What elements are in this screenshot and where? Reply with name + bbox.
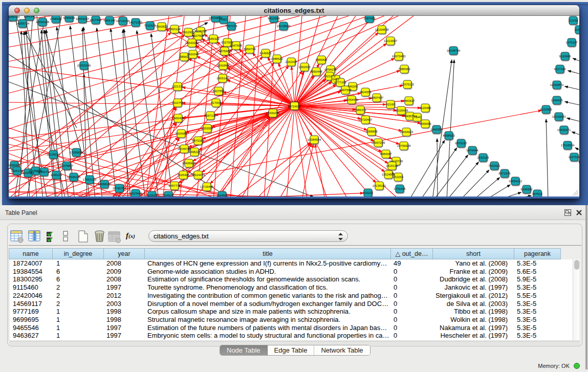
svg-text:16782759: 16782759 [113, 187, 126, 190]
svg-text:19384554: 19384554 [308, 138, 321, 141]
svg-text:19218506: 19218506 [277, 25, 291, 28]
svg-text:8873354: 8873354 [192, 139, 204, 142]
svg-text:10719155: 10719155 [116, 19, 130, 23]
svg-text:8226058: 8226058 [194, 30, 207, 33]
svg-text:20691406: 20691406 [36, 20, 50, 24]
svg-text:19654923: 19654923 [400, 130, 413, 134]
svg-text:6879197: 6879197 [455, 142, 467, 145]
svg-text:9457771: 9457771 [168, 184, 181, 187]
svg-text:1353594: 1353594 [201, 127, 213, 130]
svg-text:6794074: 6794074 [324, 68, 337, 71]
svg-text:1575107: 1575107 [565, 41, 578, 44]
svg-text:24055724: 24055724 [9, 16, 20, 18]
svg-text:9227342: 9227342 [554, 68, 566, 71]
svg-text:12923446: 12923446 [129, 192, 143, 195]
svg-text:12093872: 12093872 [550, 83, 564, 86]
svg-text:746266: 746266 [347, 85, 358, 88]
svg-text:104522: 104522 [163, 194, 174, 196]
svg-text:252254: 252254 [393, 176, 404, 179]
svg-text:1244415: 1244415 [551, 99, 563, 102]
svg-text:10654112: 10654112 [509, 180, 522, 183]
svg-text:15692971: 15692971 [557, 128, 571, 132]
svg-text:16914479: 16914479 [191, 173, 205, 177]
svg-text:14136141: 14136141 [373, 184, 386, 187]
svg-text:8454749: 8454749 [244, 48, 256, 51]
svg-text:1615132: 1615132 [386, 164, 398, 167]
svg-text:20053346: 20053346 [77, 64, 91, 67]
svg-text:113254: 113254 [574, 28, 579, 31]
svg-text:1440954: 1440954 [430, 128, 443, 131]
svg-text:10958107: 10958107 [98, 183, 112, 186]
svg-text:7955812: 7955812 [315, 58, 328, 61]
svg-text:16671355: 16671355 [129, 21, 143, 24]
svg-text:8990448: 8990448 [310, 70, 322, 73]
svg-text:1322037: 1322037 [285, 60, 297, 63]
svg-text:17359934: 17359934 [70, 151, 83, 154]
svg-text:7515524: 7515524 [144, 24, 156, 27]
svg-text:7985063: 7985063 [398, 68, 410, 71]
svg-text:8938923: 8938923 [443, 134, 455, 137]
svg-text:16210643: 16210643 [552, 115, 566, 118]
svg-text:9062: 9062 [220, 18, 227, 21]
svg-text:6466160: 6466160 [103, 19, 116, 22]
svg-text:13716485: 13716485 [200, 185, 214, 188]
svg-text:2933114: 2933114 [477, 156, 490, 159]
svg-text:20364436: 20364436 [345, 98, 359, 101]
svg-text:10807487: 10807487 [370, 96, 384, 99]
svg-text:1733426: 1733426 [394, 187, 406, 190]
svg-text:9129966: 9129966 [559, 55, 571, 58]
svg-text:920532: 920532 [147, 194, 158, 196]
svg-text:3824554: 3824554 [359, 91, 372, 94]
svg-text:16648784: 16648784 [447, 49, 461, 52]
svg-text:18907249: 18907249 [372, 141, 385, 144]
svg-text:8215955: 8215955 [540, 108, 552, 111]
svg-text:2069140: 2069140 [24, 16, 36, 18]
svg-text:2903144: 2903144 [216, 77, 229, 80]
svg-text:7663822: 7663822 [156, 25, 168, 28]
svg-text:18724007: 18724007 [288, 104, 302, 108]
svg-text:9327508: 9327508 [192, 34, 204, 37]
svg-text:9084067: 9084067 [380, 152, 392, 156]
svg-text:9115460: 9115460 [420, 106, 432, 110]
svg-text:12505135: 12505135 [67, 176, 81, 179]
svg-text:12975115: 12975115 [401, 83, 415, 86]
svg-text:2967608: 2967608 [230, 44, 242, 47]
svg-text:1145139: 1145139 [51, 173, 63, 177]
svg-text:947512: 947512 [532, 192, 543, 195]
svg-text:9474444: 9474444 [466, 149, 478, 152]
svg-text:7844: 7844 [413, 116, 421, 119]
svg-text:9146821: 9146821 [259, 52, 272, 55]
svg-text:9245652: 9245652 [520, 188, 533, 191]
svg-text:14055724: 14055724 [16, 22, 30, 25]
svg-text:10973493: 10973493 [392, 55, 406, 58]
svg-text:2087682: 2087682 [363, 17, 376, 20]
svg-text:1965493: 1965493 [172, 117, 184, 120]
svg-text:1362615: 1362615 [298, 65, 311, 69]
svg-text:917004: 917004 [211, 101, 222, 104]
svg-text:9498222: 9498222 [188, 150, 201, 154]
svg-text:9463627: 9463627 [403, 99, 415, 102]
svg-text:1527602: 1527602 [90, 18, 102, 21]
svg-text:10553267: 10553267 [76, 17, 90, 20]
svg-text:9875685: 9875685 [219, 50, 231, 53]
svg-text:8427552: 8427552 [212, 90, 225, 93]
svg-text:9242845: 9242845 [217, 64, 229, 67]
svg-text:20206516: 20206516 [47, 153, 60, 156]
svg-text:1068863: 1068863 [365, 130, 378, 133]
svg-text:62160: 62160 [386, 103, 395, 106]
svg-text:1167534: 1167534 [569, 156, 579, 159]
svg-text:17957225: 17957225 [83, 178, 97, 181]
svg-text:2420046: 2420046 [187, 53, 199, 56]
svg-text:12213967: 12213967 [384, 39, 398, 42]
svg-text:8267130: 8267130 [204, 114, 216, 117]
svg-text:3915174: 3915174 [11, 169, 23, 172]
svg-text:6497508: 6497508 [339, 89, 352, 92]
svg-text:9699695: 9699695 [419, 122, 431, 125]
svg-text:1588520: 1588520 [271, 57, 283, 60]
svg-text:8912915: 8912915 [182, 31, 194, 34]
svg-text:9777169: 9777169 [334, 81, 346, 84]
svg-text:7625402: 7625402 [177, 173, 189, 177]
svg-text:19756928: 19756928 [397, 144, 411, 147]
svg-text:16154838: 16154838 [375, 28, 389, 31]
svg-text:14120746: 14120746 [389, 160, 403, 163]
